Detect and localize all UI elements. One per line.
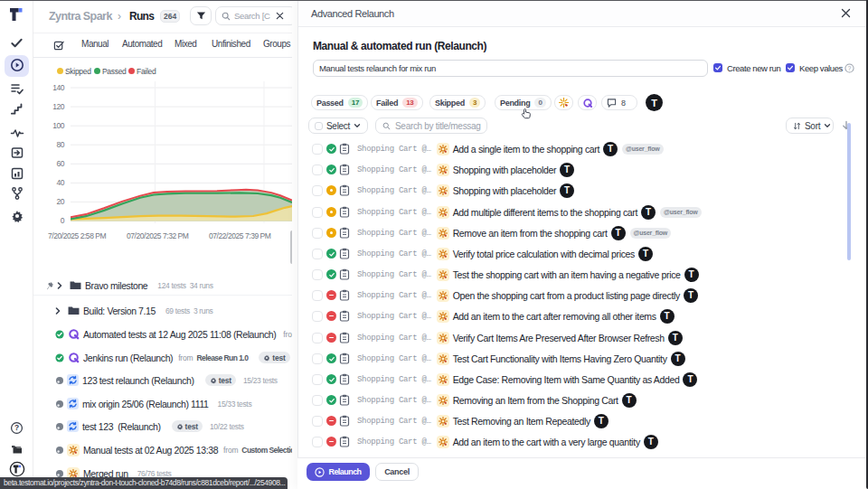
svg-text:?: ? xyxy=(14,423,19,432)
svg-text:?: ? xyxy=(848,65,852,71)
